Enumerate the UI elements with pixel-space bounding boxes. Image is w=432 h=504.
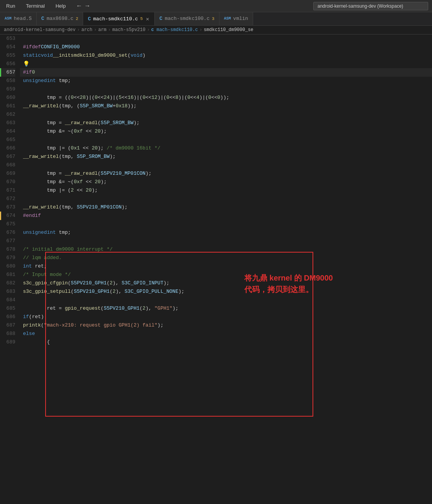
tab-close-button[interactable]: ✕	[145, 16, 150, 22]
c-icon: C	[88, 16, 91, 22]
code-line[interactable]: {	[20, 338, 432, 346]
line-number: 672	[0, 195, 15, 203]
tab-badge: 5	[140, 16, 143, 21]
code-line[interactable]: /* Input mode */	[20, 271, 432, 279]
line-number: 653	[0, 34, 15, 43]
line-number: 671	[0, 186, 15, 195]
code-line[interactable]: tmp = __raw_readl(S5P_SROM_BW);	[20, 119, 432, 127]
line-number: 662	[0, 110, 15, 119]
tab-label: head.S	[14, 16, 32, 21]
nav-back-button[interactable]: ←	[76, 3, 83, 10]
line-number: 678	[0, 245, 15, 254]
asm-icon: ASM	[224, 16, 231, 21]
nav-arrows: ← →	[76, 3, 91, 10]
tab-badge: 2	[76, 16, 79, 21]
code-line[interactable]: tmp &= ~(0xf << 20);	[20, 178, 432, 186]
line-number: 659	[0, 85, 15, 94]
line-number: 658	[0, 77, 15, 85]
line-number: 676	[0, 228, 15, 237]
code-line[interactable]: ret = gpio_request(S5PV210_GPH1(2), "GPH…	[20, 304, 432, 313]
code-line[interactable]: tmp |= (2 << 20);	[20, 186, 432, 195]
asm-icon: ASM	[5, 16, 11, 21]
code-line[interactable]	[20, 161, 432, 169]
breadcrumb-part[interactable]: arch	[81, 27, 92, 33]
line-number: 685	[0, 304, 15, 313]
line-number: 654	[0, 43, 15, 51]
code-line[interactable]: unsigned int tmp;	[20, 228, 432, 237]
menu-run[interactable]: Run	[4, 2, 18, 10]
line-number: 661	[0, 102, 15, 110]
code-line[interactable]	[20, 220, 432, 228]
line-number: 669	[0, 169, 15, 178]
code-line[interactable]: __raw_writel(tmp, (S5P_SROM_BW+0x18));	[20, 102, 432, 110]
code-line[interactable]	[20, 296, 432, 304]
tab-label: max8698.c	[47, 16, 74, 21]
line-number: 666	[0, 144, 15, 153]
breadcrumb-part[interactable]: android-kernel-samsung-dev	[4, 27, 75, 33]
line-numbers: 6536546556566576586596606616626636646656…	[0, 34, 20, 502]
code-line[interactable]	[20, 34, 432, 43]
line-number: 689	[0, 338, 15, 346]
menu-help[interactable]: Help	[53, 2, 68, 10]
breadcrumb: android-kernel-samsung-dev › arch › arm …	[0, 26, 432, 34]
nav-forward-button[interactable]: →	[84, 3, 91, 10]
code-line[interactable]	[20, 85, 432, 94]
code-line[interactable]: #if 0	[20, 68, 432, 77]
code-line[interactable]: tmp = __raw_readl(S5PV210_MP01CON);	[20, 169, 432, 178]
search-input[interactable]	[313, 2, 428, 10]
tab-vmlin[interactable]: ASM vmlin	[219, 12, 253, 25]
code-line[interactable]: tmp |= (0x1 << 20); /* dm9000 16bit */	[20, 144, 432, 153]
line-number: 679	[0, 254, 15, 262]
code-line[interactable]: static void __init smdkc110_dm9000_set(v…	[20, 51, 432, 60]
line-number: 663	[0, 119, 15, 127]
line-number: 683	[0, 287, 15, 296]
code-line[interactable]: else	[20, 330, 432, 338]
code-line[interactable]: tmp &= ~(0xf << 20);	[20, 127, 432, 136]
code-line[interactable]: int ret;	[20, 262, 432, 271]
breadcrumb-symbol[interactable]: smdkc110_dm9000_se	[204, 27, 254, 33]
code-line[interactable]: unsigned int tmp;	[20, 77, 432, 85]
c-icon: C	[41, 16, 44, 21]
menu-terminal[interactable]: Terminal	[24, 2, 47, 10]
line-number: 657	[0, 68, 15, 77]
code-line[interactable]: s3c_gpio_cfgpin(S5PV210_GPH1(2), S3C_GPI…	[20, 279, 432, 287]
breadcrumb-part[interactable]: arm	[98, 27, 106, 33]
code-line[interactable]: /* initial dm9000 interrupt */	[20, 245, 432, 254]
code-line[interactable]	[20, 237, 432, 245]
code-line[interactable]	[20, 136, 432, 144]
tab-label: mach-smdkc100.c	[165, 16, 209, 21]
code-line[interactable]: __raw_writel(tmp, S5P_SROM_BW);	[20, 153, 432, 161]
lightbulb-icon[interactable]: 💡	[23, 60, 29, 68]
code-line[interactable]: // lqm added.	[20, 254, 432, 262]
tab-max8698[interactable]: C max8698.c 2	[37, 12, 83, 25]
tab-label: mach-smdkc110.c	[93, 16, 138, 22]
c-icon: C	[159, 16, 162, 21]
code-line[interactable]	[20, 195, 432, 203]
line-number: 675	[0, 220, 15, 228]
line-number: 687	[0, 321, 15, 330]
titlebar: Run Terminal Help ← →	[0, 0, 432, 12]
code-line[interactable]: s3c_gpio_setpull(S5PV210_GPH1(2), S3C_GP…	[20, 287, 432, 296]
tab-mach-smdkc100[interactable]: C mach-smdkc100.c 3	[155, 12, 219, 25]
code-line[interactable]: #ifdef CONFIG_DM9000	[20, 43, 432, 51]
tab-head-s[interactable]: ASM head.S	[0, 12, 37, 25]
code-line[interactable]: 💡	[20, 60, 432, 68]
code-line[interactable]: tmp = ((0<<28)|(0<<24)|(5<<16)|(0<<12)|(…	[20, 94, 432, 102]
tab-badge: 3	[212, 16, 214, 21]
code-line[interactable]: __raw_writel(tmp, S5PV210_MP01CON);	[20, 203, 432, 212]
code-line[interactable]: #endif	[20, 212, 432, 220]
line-number: 660	[0, 94, 15, 102]
line-number: 668	[0, 161, 15, 169]
line-number: 686	[0, 313, 15, 321]
code-line[interactable]: printk("mach-x210: request gpio GPH1(2) …	[20, 321, 432, 330]
breadcrumb-part[interactable]: mach-s5pv210	[112, 27, 145, 33]
code-editor: 将九鼎 kernel 的 DM9000 代码，拷贝到这里。 6536546556…	[0, 34, 432, 502]
line-number: 665	[0, 136, 15, 144]
line-number: 677	[0, 237, 15, 245]
tab-label: vmlin	[233, 16, 248, 21]
code-content[interactable]: #ifdef CONFIG_DM9000 static void __init …	[20, 34, 432, 502]
breadcrumb-file[interactable]: C mach-smdkc110.c	[151, 27, 198, 33]
tab-mach-smdkc110[interactable]: C mach-smdkc110.c 5 ✕	[83, 12, 155, 25]
code-line[interactable]	[20, 110, 432, 119]
code-line[interactable]: if(ret)	[20, 313, 432, 321]
